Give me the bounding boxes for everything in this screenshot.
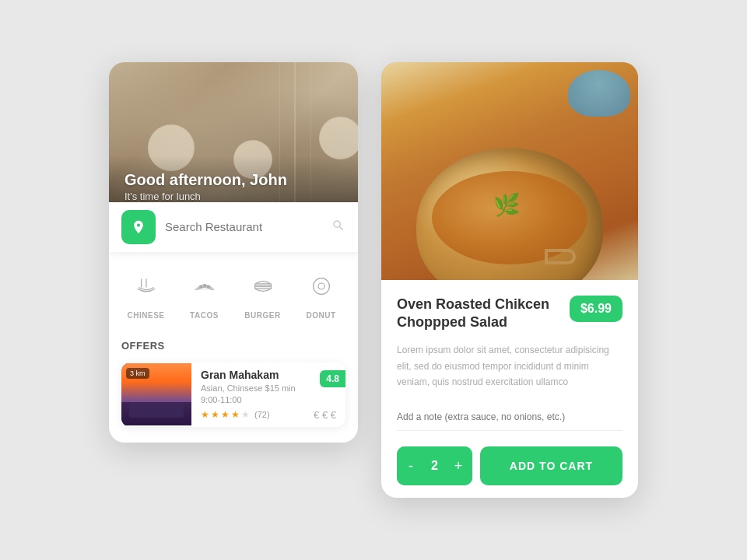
food-image: 🌿: [381, 62, 638, 280]
category-donut[interactable]: DONUT: [303, 268, 340, 320]
svg-point-8: [318, 283, 324, 289]
donut-label: DONUT: [306, 311, 335, 320]
note-input[interactable]: [397, 404, 622, 431]
svg-point-2: [199, 285, 202, 288]
food-detail: Oven Roasted Chikcen Choppped Salad $6.9…: [381, 280, 638, 499]
star-4: ★: [231, 409, 240, 420]
price-tags: € € €: [314, 409, 336, 421]
restaurant-thumbnail: 3 km: [121, 363, 191, 425]
svg-point-3: [203, 284, 205, 286]
food-description: Lorem ipsum dolor sit amet, consectetur …: [397, 342, 622, 390]
restaurant-hours: 9:00-11:00: [201, 395, 345, 404]
search-input[interactable]: [156, 209, 331, 244]
search-bar[interactable]: [109, 202, 358, 252]
svg-rect-6: [254, 286, 271, 289]
restaurant-card[interactable]: 3 km Gran Mahakam Asian, Chinsese $15 mi…: [121, 362, 345, 427]
svg-point-4: [207, 285, 209, 288]
chinese-icon: [128, 268, 165, 305]
decrease-quantity-button[interactable]: -: [397, 446, 425, 485]
star-2: ★: [211, 409, 219, 420]
burger-label: BURGER: [244, 311, 280, 320]
category-chinese[interactable]: CHINESE: [128, 268, 165, 320]
location-icon: [121, 210, 156, 244]
review-count: (72): [254, 410, 270, 419]
offers-title: OFFERS: [121, 340, 345, 352]
donut-icon: [303, 268, 340, 305]
add-to-cart-row: - 2 + ADD TO CART: [397, 446, 622, 485]
svg-point-7: [313, 278, 329, 294]
food-title: Oven Roasted Chikcen Choppped Salad: [397, 296, 557, 332]
distance-badge: 3 km: [126, 368, 149, 379]
food-detail-card: 🌿 Oven Roasted Chikcen Choppped Salad $6…: [381, 62, 638, 499]
food-header: Oven Roasted Chikcen Choppped Salad $6.9…: [397, 296, 622, 332]
tacos-icon: [186, 268, 223, 305]
hero-text: Good afternoon, John It's time for lunch: [124, 171, 287, 202]
restaurant-app-card: Good afternoon, John It's time for lunch: [109, 62, 358, 443]
category-tacos[interactable]: TACOS: [186, 268, 223, 320]
rating-badge: 4.8: [320, 370, 345, 387]
restaurant-bottom: ★ ★ ★ ★ ★ (72) € € €: [201, 409, 345, 421]
greeting-text: Good afternoon, John: [124, 171, 287, 189]
quantity-control: - 2 +: [397, 446, 472, 485]
chinese-label: CHINESE: [128, 311, 165, 320]
star-1: ★: [201, 409, 209, 420]
increase-quantity-button[interactable]: +: [444, 446, 472, 485]
star-rating: ★ ★ ★ ★ ★ (72): [201, 409, 270, 420]
category-burger[interactable]: BURGER: [244, 268, 282, 320]
subtitle-text: It's time for lunch: [124, 191, 287, 202]
add-to-cart-button[interactable]: ADD TO CART: [480, 446, 622, 485]
food-price: $6.99: [570, 296, 622, 322]
tacos-label: TACOS: [190, 311, 219, 320]
burger-icon: [244, 268, 282, 305]
category-list: CHINESE TACOS: [109, 252, 358, 327]
quantity-value: 2: [425, 459, 444, 473]
star-3: ★: [221, 409, 230, 420]
star-5: ★: [241, 409, 250, 420]
search-icon: [331, 219, 345, 236]
offers-section: OFFERS 3 km Gran Mahakam Asian, Chinsese…: [109, 327, 358, 443]
hero-image: Good afternoon, John It's time for lunch: [109, 62, 358, 218]
